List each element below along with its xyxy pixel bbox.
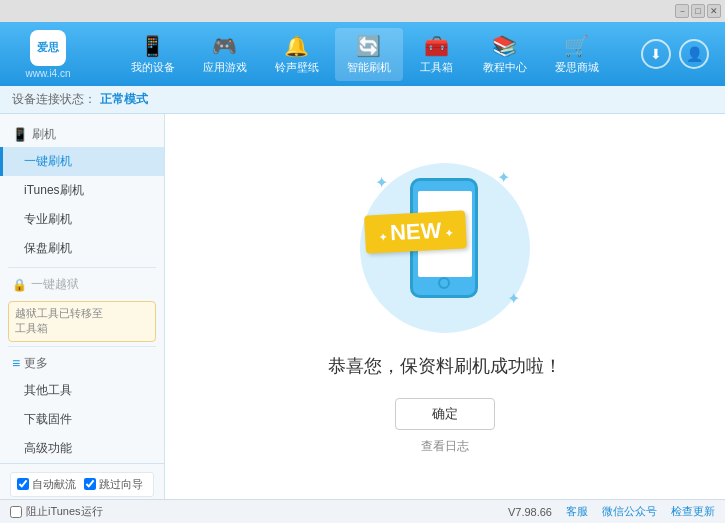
skip-wizard-label: 跳过向导 xyxy=(99,477,143,492)
status-value: 正常模式 xyxy=(100,91,148,108)
maximize-button[interactable]: □ xyxy=(691,4,705,18)
more-section-label: 更多 xyxy=(24,355,48,372)
sparkle-icon-2: ✦ xyxy=(497,168,510,187)
pro-flash-label: 专业刷机 xyxy=(24,212,72,226)
wechat-link[interactable]: 微信公众号 xyxy=(602,504,657,519)
nav-tutorial[interactable]: 📚 教程中心 xyxy=(471,28,539,81)
auto-upload-label: 自动献流 xyxy=(32,477,76,492)
sparkle-icon-1: ✦ xyxy=(375,173,388,192)
one-click-flash-label: 一键刷机 xyxy=(24,154,72,168)
sidebar-item-download-firmware[interactable]: 下载固件 xyxy=(0,405,164,434)
nav-bar: 📱 我的设备 🎮 应用游戏 🔔 铃声壁纸 🔄 智能刷机 🧰 工具箱 📚 教程中心… xyxy=(88,28,641,81)
nav-apps-games-label: 应用游戏 xyxy=(203,60,247,75)
sidebar-divider-1 xyxy=(8,267,156,268)
device-info-area: 自动献流 跳过向导 📱 iPhone 12 mini 64GB Down-12m… xyxy=(0,463,164,499)
main-layout: 📱 刷机 一键刷机 iTunes刷机 专业刷机 保盘刷机 🔒 一键越狱 越狱工具… xyxy=(0,114,725,499)
main-content: ✦ ✦ ✦ NEW 恭喜您，保资料刷机成功啦！ 确定 查看日志 xyxy=(165,114,725,499)
jailbreak-note-text: 越狱工具已转移至工具箱 xyxy=(15,307,103,334)
ringtone-icon: 🔔 xyxy=(284,34,309,58)
download-button[interactable]: ⬇ xyxy=(641,39,671,69)
logo[interactable]: 爱思 www.i4.cn xyxy=(8,30,88,79)
auto-upload-checkbox[interactable]: 自动献流 xyxy=(17,477,76,492)
nav-my-device-label: 我的设备 xyxy=(131,60,175,75)
nav-apps-games[interactable]: 🎮 应用游戏 xyxy=(191,28,259,81)
nav-my-device[interactable]: 📱 我的设备 xyxy=(119,28,187,81)
sidebar-section-more: ≡ 更多 xyxy=(0,351,164,376)
nav-ringtone-label: 铃声壁纸 xyxy=(275,60,319,75)
nav-toolbox[interactable]: 🧰 工具箱 xyxy=(407,28,467,81)
sidebar-item-one-click-flash[interactable]: 一键刷机 xyxy=(0,147,164,176)
sidebar-item-save-flash[interactable]: 保盘刷机 xyxy=(0,234,164,263)
nav-toolbox-label: 工具箱 xyxy=(420,60,453,75)
header-right-buttons: ⬇ 👤 xyxy=(641,39,709,69)
check-update-link[interactable]: 检查更新 xyxy=(671,504,715,519)
my-device-icon: 📱 xyxy=(140,34,165,58)
sidebar-section-jailbreak: 🔒 一键越狱 xyxy=(0,272,164,297)
version-text: V7.98.66 xyxy=(508,506,552,518)
customer-service-link[interactable]: 客服 xyxy=(566,504,588,519)
checkbox-row: 自动献流 跳过向导 xyxy=(10,472,154,497)
jailbreak-note: 越狱工具已转移至工具箱 xyxy=(8,301,156,342)
nav-store-label: 爱思商城 xyxy=(555,60,599,75)
more-section-icon: ≡ xyxy=(12,355,20,371)
diary-link[interactable]: 查看日志 xyxy=(421,438,469,455)
smart-flash-icon: 🔄 xyxy=(356,34,381,58)
itunes-block-checkbox[interactable]: 阻止iTunes运行 xyxy=(10,504,103,519)
sidebar: 📱 刷机 一键刷机 iTunes刷机 专业刷机 保盘刷机 🔒 一键越狱 越狱工具… xyxy=(0,114,165,499)
nav-smart-flash[interactable]: 🔄 智能刷机 xyxy=(335,28,403,81)
store-icon: 🛒 xyxy=(564,34,589,58)
header: 爱思 www.i4.cn 📱 我的设备 🎮 应用游戏 🔔 铃声壁纸 🔄 智能刷机… xyxy=(0,22,725,86)
flash-section-label: 刷机 xyxy=(32,126,56,143)
lock-icon: 🔒 xyxy=(12,278,27,292)
logo-url: www.i4.cn xyxy=(25,68,70,79)
phone-illustration: ✦ ✦ ✦ NEW xyxy=(355,158,535,338)
nav-store[interactable]: 🛒 爱思商城 xyxy=(543,28,611,81)
nav-tutorial-label: 教程中心 xyxy=(483,60,527,75)
sidebar-item-advanced[interactable]: 高级功能 xyxy=(0,434,164,463)
save-flash-label: 保盘刷机 xyxy=(24,241,72,255)
skip-wizard-input[interactable] xyxy=(84,478,96,490)
phone-home-button xyxy=(438,277,450,289)
itunes-block-input[interactable] xyxy=(10,506,22,518)
jailbreak-label: 一键越狱 xyxy=(31,276,79,293)
new-badge: NEW xyxy=(364,210,467,253)
toolbox-icon: 🧰 xyxy=(424,34,449,58)
confirm-button[interactable]: 确定 xyxy=(395,398,495,430)
success-text: 恭喜您，保资料刷机成功啦！ xyxy=(328,354,562,378)
logo-icon: 爱思 xyxy=(30,30,66,66)
close-button[interactable]: ✕ xyxy=(707,4,721,18)
sidebar-divider-2 xyxy=(8,346,156,347)
itunes-flash-label: iTunes刷机 xyxy=(24,183,84,197)
nav-smart-flash-label: 智能刷机 xyxy=(347,60,391,75)
sidebar-item-other-tools[interactable]: 其他工具 xyxy=(0,376,164,405)
sparkle-icon-3: ✦ xyxy=(507,289,520,308)
sidebar-section-flash: 📱 刷机 xyxy=(0,122,164,147)
bottom-bar: 阻止iTunes运行 V7.98.66 客服 微信公众号 检查更新 xyxy=(0,499,725,523)
flash-section-icon: 📱 xyxy=(12,127,28,142)
minimize-button[interactable]: － xyxy=(675,4,689,18)
download-firmware-label: 下载固件 xyxy=(24,412,72,426)
other-tools-label: 其他工具 xyxy=(24,383,72,397)
auto-upload-input[interactable] xyxy=(17,478,29,490)
user-button[interactable]: 👤 xyxy=(679,39,709,69)
sidebar-item-itunes-flash[interactable]: iTunes刷机 xyxy=(0,176,164,205)
itunes-block-label: 阻止iTunes运行 xyxy=(26,504,103,519)
tutorial-icon: 📚 xyxy=(492,34,517,58)
advanced-label: 高级功能 xyxy=(24,441,72,455)
bottom-left: 阻止iTunes运行 xyxy=(10,504,103,519)
nav-ringtone[interactable]: 🔔 铃声壁纸 xyxy=(263,28,331,81)
apps-games-icon: 🎮 xyxy=(212,34,237,58)
sidebar-item-pro-flash[interactable]: 专业刷机 xyxy=(0,205,164,234)
status-label: 设备连接状态： xyxy=(12,91,96,108)
status-bar: 设备连接状态： 正常模式 xyxy=(0,86,725,114)
bottom-right: V7.98.66 客服 微信公众号 检查更新 xyxy=(508,504,715,519)
title-bar: － □ ✕ xyxy=(0,0,725,22)
skip-wizard-checkbox[interactable]: 跳过向导 xyxy=(84,477,143,492)
